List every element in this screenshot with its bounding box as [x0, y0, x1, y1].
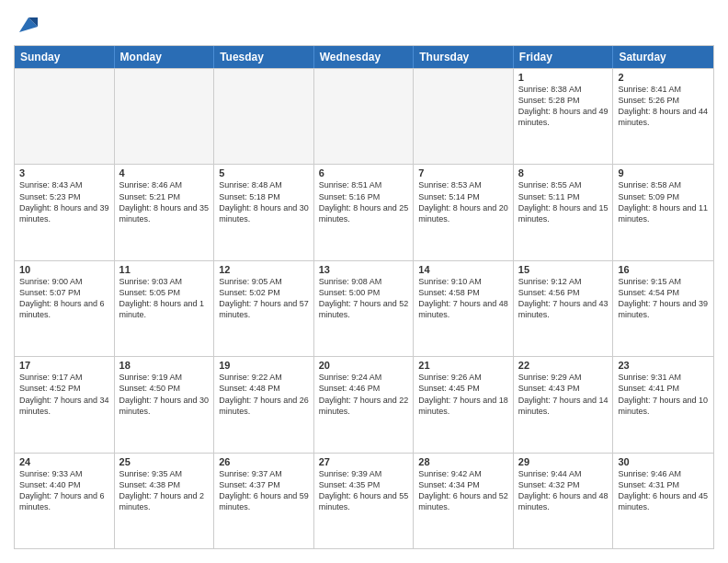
- calendar-cell: 14Sunrise: 9:10 AMSunset: 4:58 PMDayligh…: [414, 261, 514, 356]
- day-info: Sunrise: 9:10 AMSunset: 4:58 PMDaylight:…: [418, 276, 508, 321]
- calendar-cell: [214, 69, 314, 164]
- day-number: 13: [319, 264, 409, 275]
- day-number: 12: [219, 264, 309, 275]
- calendar-cell: 29Sunrise: 9:44 AMSunset: 4:32 PMDayligh…: [514, 454, 614, 548]
- calendar-row: 10Sunrise: 9:00 AMSunset: 5:07 PMDayligh…: [15, 260, 713, 356]
- day-info: Sunrise: 8:43 AMSunset: 5:23 PMDaylight:…: [19, 179, 109, 224]
- day-info: Sunrise: 8:38 AMSunset: 5:28 PMDaylight:…: [518, 84, 609, 129]
- day-number: 21: [418, 360, 508, 371]
- day-number: 26: [219, 456, 309, 467]
- calendar-cell: 11Sunrise: 9:03 AMSunset: 5:05 PMDayligh…: [115, 261, 215, 356]
- day-number: 15: [518, 264, 609, 275]
- logo: [14, 14, 38, 36]
- calendar-cell: 20Sunrise: 9:24 AMSunset: 4:46 PMDayligh…: [314, 357, 415, 452]
- day-info: Sunrise: 9:37 AMSunset: 4:37 PMDaylight:…: [219, 468, 309, 513]
- calendar-row: 3Sunrise: 8:43 AMSunset: 5:23 PMDaylight…: [15, 164, 713, 259]
- calendar-cell: 28Sunrise: 9:42 AMSunset: 4:34 PMDayligh…: [414, 454, 514, 548]
- calendar-row: 17Sunrise: 9:17 AMSunset: 4:52 PMDayligh…: [15, 356, 713, 452]
- calendar-cell: [115, 69, 215, 164]
- calendar-cell: 23Sunrise: 9:31 AMSunset: 4:41 PMDayligh…: [613, 357, 713, 452]
- calendar-cell: 18Sunrise: 9:19 AMSunset: 4:50 PMDayligh…: [115, 357, 215, 452]
- weekday-header: Monday: [115, 46, 215, 68]
- weekday-header: Thursday: [414, 46, 514, 68]
- calendar-cell: 17Sunrise: 9:17 AMSunset: 4:52 PMDayligh…: [15, 357, 115, 452]
- calendar-cell: 1Sunrise: 8:38 AMSunset: 5:28 PMDaylight…: [514, 69, 614, 164]
- day-number: 22: [518, 360, 609, 371]
- day-info: Sunrise: 8:53 AMSunset: 5:14 PMDaylight:…: [418, 179, 508, 224]
- day-number: 4: [119, 167, 210, 178]
- day-info: Sunrise: 9:08 AMSunset: 5:00 PMDaylight:…: [319, 276, 409, 321]
- calendar-cell: 7Sunrise: 8:53 AMSunset: 5:14 PMDaylight…: [414, 165, 514, 259]
- day-number: 24: [19, 456, 109, 467]
- calendar-cell: 15Sunrise: 9:12 AMSunset: 4:56 PMDayligh…: [514, 261, 614, 356]
- day-info: Sunrise: 8:55 AMSunset: 5:11 PMDaylight:…: [518, 179, 609, 224]
- day-number: 16: [618, 264, 709, 275]
- day-info: Sunrise: 9:44 AMSunset: 4:32 PMDaylight:…: [518, 468, 609, 513]
- day-info: Sunrise: 8:58 AMSunset: 5:09 PMDaylight:…: [618, 179, 709, 224]
- weekday-header: Wednesday: [314, 46, 415, 68]
- calendar-row: 24Sunrise: 9:33 AMSunset: 4:40 PMDayligh…: [15, 453, 713, 548]
- page: SundayMondayTuesdayWednesdayThursdayFrid…: [0, 0, 728, 563]
- day-number: 2: [618, 72, 709, 83]
- calendar-cell: 22Sunrise: 9:29 AMSunset: 4:43 PMDayligh…: [514, 357, 614, 452]
- calendar-cell: 10Sunrise: 9:00 AMSunset: 5:07 PMDayligh…: [15, 261, 115, 356]
- calendar-cell: 6Sunrise: 8:51 AMSunset: 5:16 PMDaylight…: [314, 165, 415, 259]
- day-info: Sunrise: 9:33 AMSunset: 4:40 PMDaylight:…: [19, 468, 109, 513]
- calendar-cell: 5Sunrise: 8:48 AMSunset: 5:18 PMDaylight…: [214, 165, 314, 259]
- day-number: 9: [618, 167, 709, 178]
- calendar: SundayMondayTuesdayWednesdayThursdayFrid…: [14, 45, 714, 549]
- day-number: 18: [119, 360, 210, 371]
- day-info: Sunrise: 9:29 AMSunset: 4:43 PMDaylight:…: [518, 372, 609, 417]
- day-number: 20: [319, 360, 409, 371]
- day-info: Sunrise: 9:03 AMSunset: 5:05 PMDaylight:…: [119, 276, 210, 321]
- calendar-cell: [15, 69, 115, 164]
- logo-icon: [16, 14, 38, 36]
- calendar-cell: [314, 69, 415, 164]
- day-info: Sunrise: 9:05 AMSunset: 5:02 PMDaylight:…: [219, 276, 309, 321]
- day-info: Sunrise: 9:24 AMSunset: 4:46 PMDaylight:…: [319, 372, 409, 417]
- day-number: 23: [618, 360, 709, 371]
- day-info: Sunrise: 9:15 AMSunset: 4:54 PMDaylight:…: [618, 276, 709, 321]
- day-number: 1: [518, 72, 609, 83]
- calendar-cell: [414, 69, 514, 164]
- calendar-cell: 19Sunrise: 9:22 AMSunset: 4:48 PMDayligh…: [214, 357, 314, 452]
- day-info: Sunrise: 8:46 AMSunset: 5:21 PMDaylight:…: [119, 179, 210, 224]
- day-info: Sunrise: 9:12 AMSunset: 4:56 PMDaylight:…: [518, 276, 609, 321]
- calendar-cell: 9Sunrise: 8:58 AMSunset: 5:09 PMDaylight…: [613, 165, 713, 259]
- day-info: Sunrise: 9:19 AMSunset: 4:50 PMDaylight:…: [119, 372, 210, 417]
- calendar-cell: 13Sunrise: 9:08 AMSunset: 5:00 PMDayligh…: [314, 261, 415, 356]
- day-info: Sunrise: 9:22 AMSunset: 4:48 PMDaylight:…: [219, 372, 309, 417]
- day-info: Sunrise: 8:48 AMSunset: 5:18 PMDaylight:…: [219, 179, 309, 224]
- day-info: Sunrise: 9:00 AMSunset: 5:07 PMDaylight:…: [19, 276, 109, 321]
- header: [14, 14, 714, 36]
- day-number: 8: [518, 167, 609, 178]
- calendar-cell: 27Sunrise: 9:39 AMSunset: 4:35 PMDayligh…: [314, 454, 415, 548]
- day-info: Sunrise: 9:31 AMSunset: 4:41 PMDaylight:…: [618, 372, 709, 417]
- day-number: 19: [219, 360, 309, 371]
- day-number: 3: [19, 167, 109, 178]
- day-info: Sunrise: 9:35 AMSunset: 4:38 PMDaylight:…: [119, 468, 210, 513]
- calendar-cell: 4Sunrise: 8:46 AMSunset: 5:21 PMDaylight…: [115, 165, 215, 259]
- calendar-cell: 26Sunrise: 9:37 AMSunset: 4:37 PMDayligh…: [214, 454, 314, 548]
- calendar-body: 1Sunrise: 8:38 AMSunset: 5:28 PMDaylight…: [15, 68, 713, 548]
- calendar-header: SundayMondayTuesdayWednesdayThursdayFrid…: [15, 46, 713, 68]
- calendar-cell: 12Sunrise: 9:05 AMSunset: 5:02 PMDayligh…: [214, 261, 314, 356]
- calendar-cell: 3Sunrise: 8:43 AMSunset: 5:23 PMDaylight…: [15, 165, 115, 259]
- weekday-header: Friday: [514, 46, 614, 68]
- calendar-cell: 30Sunrise: 9:46 AMSunset: 4:31 PMDayligh…: [613, 454, 713, 548]
- day-number: 29: [518, 456, 609, 467]
- calendar-cell: 8Sunrise: 8:55 AMSunset: 5:11 PMDaylight…: [514, 165, 614, 259]
- day-info: Sunrise: 8:41 AMSunset: 5:26 PMDaylight:…: [618, 84, 709, 129]
- calendar-cell: 16Sunrise: 9:15 AMSunset: 4:54 PMDayligh…: [613, 261, 713, 356]
- day-number: 30: [618, 456, 709, 467]
- day-info: Sunrise: 9:17 AMSunset: 4:52 PMDaylight:…: [19, 372, 109, 417]
- weekday-header: Saturday: [613, 46, 713, 68]
- day-number: 28: [418, 456, 508, 467]
- day-number: 7: [418, 167, 508, 178]
- day-info: Sunrise: 8:51 AMSunset: 5:16 PMDaylight:…: [319, 179, 409, 224]
- day-number: 17: [19, 360, 109, 371]
- day-number: 27: [319, 456, 409, 467]
- weekday-header: Tuesday: [214, 46, 314, 68]
- weekday-header: Sunday: [15, 46, 115, 68]
- day-info: Sunrise: 9:39 AMSunset: 4:35 PMDaylight:…: [319, 468, 409, 513]
